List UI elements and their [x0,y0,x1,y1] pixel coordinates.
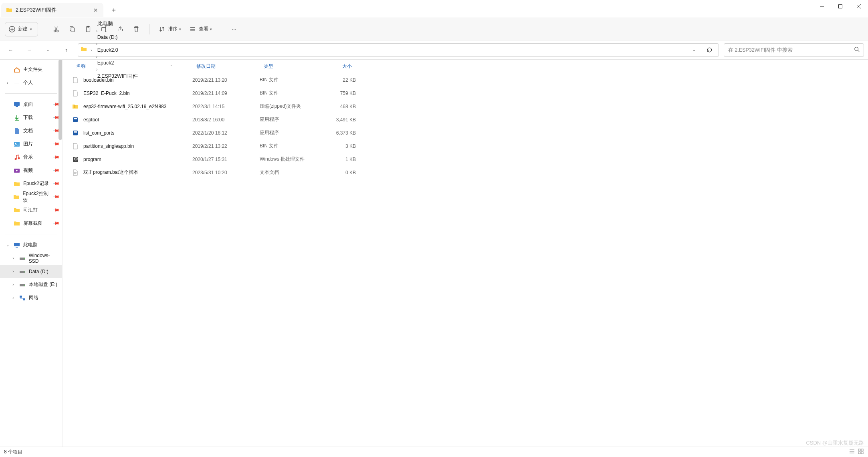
sidebar-quick-item[interactable]: 文档📌 [0,124,62,137]
file-size: 6,373 KB [316,130,356,136]
new-button[interactable]: 新建 ▾ [5,22,38,36]
file-row[interactable]: partitions_singleapp.bin2019/2/21 13:22B… [63,139,868,153]
divider [5,234,57,234]
maximize-button[interactable] [831,0,850,13]
svg-line-23 [858,50,860,52]
file-type: BIN 文件 [260,90,316,97]
sidebar-item-label: 屏幕截图 [23,220,42,227]
desktop-icon [14,101,20,108]
sidebar-drive-item[interactable]: ›Windows-SSD [0,252,62,265]
scrollbar[interactable] [59,60,62,140]
address-bar[interactable]: › 此电脑›Data (D:)›Epuck2.0›Epuck2›2.ESP32W… [78,43,719,57]
tab-title: 2.ESP32WIFI固件 [16,7,92,14]
column-size[interactable]: 大小 [316,63,356,70]
new-tab-button[interactable]: ＋ [107,4,121,16]
file-row[interactable]: esptool2018/8/2 16:00应用程序3,491 KB [63,113,868,126]
svg-text:⚙: ⚙ [74,156,78,162]
drive-icon [19,282,26,288]
monitor-icon [14,242,20,248]
sidebar-thispc[interactable]: ⌄ 此电脑 [0,238,62,252]
file-type: Windows 批处理文件 [260,156,316,163]
download-icon [14,115,20,121]
file-date: 2019/2/21 13:22 [192,143,260,149]
browser-tab[interactable]: 2.ESP32WIFI固件 ✕ [1,3,103,17]
view-button[interactable]: 查看 ▾ [185,22,216,36]
sidebar-personal[interactable]: › — 个人 [0,76,62,89]
refresh-button[interactable] [702,43,716,57]
txt-icon [72,169,79,176]
sidebar-quick-item[interactable]: 桌面📌 [0,98,62,111]
search-input[interactable] [728,47,854,53]
body: 主文件夹 › — 个人 桌面📌下载📌文档📌图片📌音乐📌视频📌Epuck2记录📌E… [0,60,868,447]
separator [149,24,149,34]
svg-rect-24 [14,102,20,106]
sidebar-drive-item[interactable]: ›Data (D:) [0,265,62,278]
file-row[interactable]: bootloader.bin2019/2/21 13:20BIN 文件22 KB [63,73,868,87]
window-controls [813,0,868,13]
file-row[interactable]: ESP32_E-Puck_2.bin2019/2/21 14:09BIN 文件7… [63,87,868,100]
sidebar-quick-item[interactable]: 司汇打📌 [0,203,62,217]
close-button[interactable] [850,0,868,13]
svg-rect-27 [14,142,20,147]
minimize-button[interactable] [813,0,831,13]
file-date: 2020/1/27 15:31 [192,157,260,162]
sidebar-quick-item[interactable]: 下载📌 [0,111,62,124]
chevron-right-icon: › [10,256,16,260]
sidebar-drive-item[interactable]: ›本地磁盘 (E:) [0,278,62,291]
file-size: 22 KB [316,77,356,83]
copy-button[interactable] [64,22,80,36]
thumbnail-view-button[interactable] [858,448,864,456]
sidebar-network[interactable]: › 网络 [0,291,62,304]
titlebar: 2.ESP32WIFI固件 ✕ ＋ [0,0,868,18]
paste-button[interactable] [80,22,96,36]
details-view-button[interactable] [849,448,855,456]
svg-rect-58 [861,452,863,454]
column-name[interactable]: 名称˄ [72,63,192,70]
status-text: 8 个项目 [4,449,22,455]
tab-close-button[interactable]: ✕ [92,7,99,13]
up-button[interactable]: ↑ [59,43,73,57]
bat-icon: ⚙ [72,156,79,163]
sidebar-quick-item[interactable]: 音乐📌 [0,151,62,164]
file-name: program [83,157,101,162]
sidebar-quick-item[interactable]: Epuck2记录📌 [0,177,62,190]
sidebar-quick-item[interactable]: Epuck2控制软📌 [0,190,62,203]
recent-button[interactable]: ⌄ [41,43,55,57]
breadcrumb-item[interactable]: Epuck2.0 [96,46,140,54]
svg-rect-25 [16,106,18,107]
file-date: 2019/2/21 13:20 [192,77,260,83]
column-type[interactable]: 类型 [260,63,316,70]
sort-button[interactable]: 排序 ▾ [154,22,185,36]
breadcrumb-item[interactable]: 此电脑 [96,20,140,28]
sidebar-quick-item[interactable]: 屏幕截图📌 [0,217,62,230]
folder-icon [6,7,12,13]
file-row[interactable]: list_com_ports2022/1/20 18:12应用程序6,373 K… [63,126,868,139]
folder-icon [13,194,20,200]
sidebar-item-label: Windows-SSD [29,253,59,264]
svg-rect-44 [74,118,77,119]
sidebar-quick-item[interactable]: 视频📌 [0,164,62,177]
search-box[interactable] [724,43,864,57]
back-button[interactable]: ← [4,43,18,57]
file-row[interactable]: esp32-firmware-wifi_25.02.19_e2f48832022… [63,100,868,113]
video-icon [14,167,20,174]
file-row[interactable]: 双击program.bat这个脚本2023/5/31 10:20文本文档0 KB [63,166,868,179]
sidebar-quick-item[interactable]: 图片📌 [0,137,62,151]
music-icon [14,154,20,161]
forward-button[interactable]: → [22,43,36,57]
svg-rect-55 [858,449,860,451]
sidebar-thispc-label: 此电脑 [23,242,38,248]
sidebar-home[interactable]: 主文件夹 [0,63,62,76]
file-icon [72,90,79,97]
file-row[interactable]: ⚙program2020/1/27 15:31Windows 批处理文件1 KB [63,153,868,166]
pin-icon: 📌 [52,193,60,201]
breadcrumb-item[interactable]: Data (D:) [96,34,140,41]
svg-rect-40 [20,296,22,298]
svg-point-39 [24,285,25,286]
more-button[interactable]: ⋯ [226,22,242,36]
folder-icon [14,181,20,187]
svg-rect-45 [73,131,78,135]
column-date[interactable]: 修改日期 [192,63,260,70]
cut-button[interactable] [48,22,64,36]
history-dropdown-button[interactable]: ⌄ [687,43,701,57]
